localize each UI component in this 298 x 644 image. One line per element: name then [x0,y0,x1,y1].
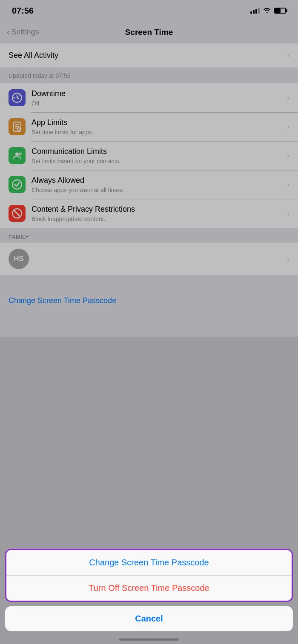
status-bar: 07:56 [0,0,298,21]
svg-point-1 [13,97,15,99]
communication-limits-row[interactable]: Communication Limits Set limits based on… [0,141,298,170]
section-gap [0,275,298,290]
content-privacy-title: Content & Privacy Restrictions [32,204,287,214]
communication-limits-title: Communication Limits [32,147,287,156]
see-all-activity-row[interactable]: See All Activity › [0,43,298,68]
always-allowed-title: Always Allowed [32,176,287,185]
content-privacy-subtitle: Block inappropriate content. [32,216,287,222]
downtime-row[interactable]: Downtime Off › [0,83,298,112]
status-time: 07:56 [12,6,34,16]
status-icons [250,7,286,14]
updated-label: Updated today at 07:55 [0,68,298,83]
content-privacy-row[interactable]: Content & Privacy Restrictions Block ina… [0,199,298,228]
content-privacy-chevron-icon: › [287,209,289,218]
svg-line-13 [14,211,20,216]
see-all-label: See All Activity [9,51,58,60]
always-allowed-icon [9,176,26,193]
always-allowed-text: Always Allowed Choose apps you want at a… [32,176,287,193]
nav-bar: ‹ Settings Screen Time [0,21,298,43]
back-label: Settings [11,28,39,37]
cancel-button[interactable]: Cancel [5,606,293,631]
passcode-section[interactable]: Change Screen Time Passcode [0,290,298,311]
action-sheet-cancel-group: Cancel [5,606,293,631]
always-allowed-subtitle: Choose apps you want at all times. [32,187,287,193]
communication-limits-subtitle: Set limits based on your contacts. [32,158,287,165]
family-chevron-icon: › [287,255,289,264]
see-all-chevron-icon: › [287,51,289,60]
app-limits-icon [9,118,26,135]
family-section-label: FAMILY [0,228,298,243]
action-sheet-group: Change Screen Time Passcode Turn Off Scr… [5,549,293,602]
communication-limits-chevron-icon: › [287,151,289,160]
signal-icon [250,8,260,14]
app-limits-text: App Limits Set time limits for apps. [32,118,287,135]
bottom-gap [0,311,298,337]
turn-off-passcode-button[interactable]: Turn Off Screen Time Passcode [6,575,292,601]
svg-point-10 [19,152,22,155]
communication-icon [9,147,26,164]
wifi-icon [263,7,271,14]
passcode-label[interactable]: Change Screen Time Passcode [9,296,116,305]
always-allowed-row[interactable]: Always Allowed Choose apps you want at a… [0,170,298,199]
content-privacy-icon [9,205,26,222]
family-divider-top: FAMILY HS › [0,228,298,275]
app-limits-title: App Limits [32,118,287,128]
downtime-title: Downtime [32,89,287,99]
page-title: Screen Time [125,28,173,37]
downtime-subtitle: Off [32,100,287,107]
change-passcode-button[interactable]: Change Screen Time Passcode [6,550,292,575]
back-chevron-icon: ‹ [7,27,10,37]
content-privacy-text: Content & Privacy Restrictions Block ina… [32,204,287,222]
avatar: HS [9,249,29,269]
always-allowed-chevron-icon: › [287,180,289,189]
back-button[interactable]: ‹ Settings [7,27,39,37]
action-sheet: Change Screen Time Passcode Turn Off Scr… [0,545,298,644]
app-limits-row[interactable]: App Limits Set time limits for apps. › [0,112,298,141]
communication-limits-text: Communication Limits Set limits based on… [32,147,287,164]
app-limits-chevron-icon: › [287,122,289,131]
home-indicator [119,638,179,641]
app-limits-subtitle: Set time limits for apps. [32,129,287,136]
downtime-icon [9,89,26,106]
family-member-row[interactable]: HS › [0,243,298,275]
menu-section: Downtime Off › App Limits Set time limit… [0,83,298,228]
battery-icon [274,8,286,14]
family-section: HS › [0,243,298,275]
downtime-text: Downtime Off [32,89,287,106]
downtime-chevron-icon: › [287,94,289,102]
